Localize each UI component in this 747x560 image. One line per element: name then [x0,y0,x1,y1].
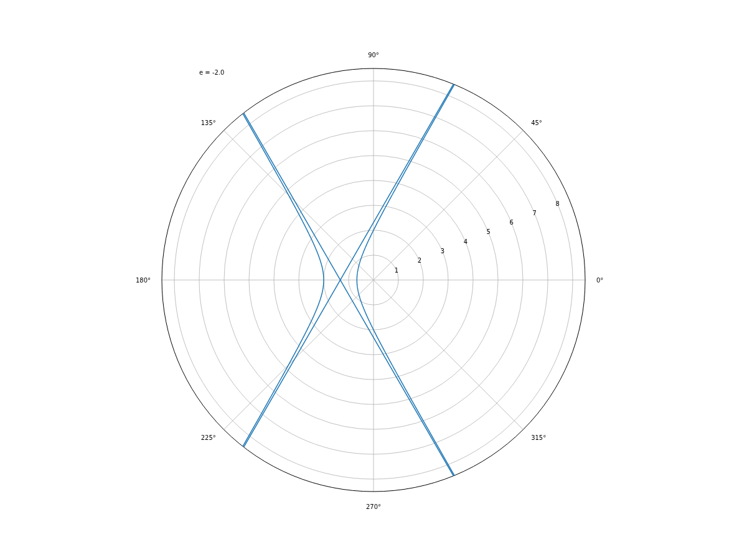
angle-tick-label: 315° [531,434,546,441]
r-tick-label: 2 [418,257,421,264]
r-tick-label: 3 [441,248,444,254]
grid-spoke [374,280,523,429]
grid-spoke [224,131,374,280]
angle-tick-label: 270° [366,503,381,510]
r-tick-label: 6 [510,219,514,226]
angle-tick-label: 135° [201,119,216,126]
polar-chart: 0°45°90°135°180°225°270°315°12345678e = … [0,0,747,560]
grid-spoke [224,280,374,429]
angle-tick-label: 45° [531,119,542,126]
angle-tick-label: 90° [368,52,379,58]
chart-container: 0°45°90°135°180°225°270°315°12345678e = … [0,0,747,560]
angle-tick-label: 225° [201,434,216,441]
grid-spoke [374,131,523,280]
r-tick-label: 1 [395,267,398,274]
angle-tick-label: 180° [136,277,151,284]
r-tick-label: 4 [464,238,467,245]
r-tick-label: 8 [555,200,559,207]
angle-tick-label: 0° [596,277,603,284]
r-tick-label: 7 [532,210,536,217]
annotation-text: e = -2.0 [199,69,224,76]
r-tick-label: 5 [487,228,491,235]
